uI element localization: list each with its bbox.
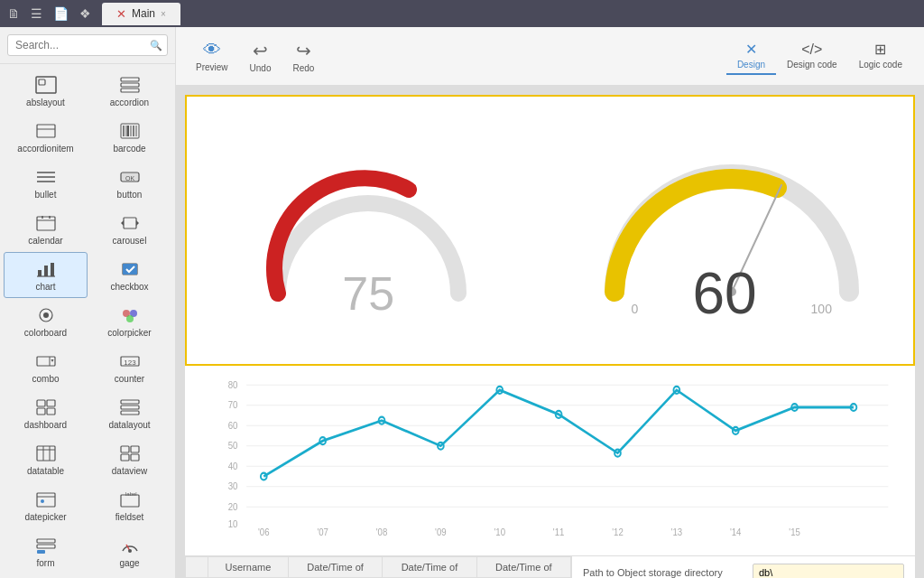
svg-text:123: 123 [124, 359, 136, 367]
sidebar-item-combo[interactable]: combo [4, 344, 88, 390]
sidebar-item-gridlayout[interactable]: gridlayout [4, 574, 88, 578]
svg-rect-54 [131, 446, 139, 452]
svg-rect-62 [37, 539, 55, 543]
svg-rect-4 [121, 89, 139, 92]
sidebar-item-counter[interactable]: 123counter [88, 344, 171, 390]
sidebar-item-abslayout[interactable]: abslayout [4, 68, 88, 114]
file-icon[interactable]: 🗎 [7, 6, 20, 21]
sidebar-item-label-button: button [117, 190, 143, 200]
sidebar-item-fieldset[interactable]: labelfieldset [88, 482, 171, 528]
gauge-right: 0 60 100 [550, 97, 914, 364]
col-header-datetime1: Date/Time of [288, 557, 382, 578]
sidebar-item-dashboard[interactable]: dashboard [4, 390, 88, 436]
storage-label: Path to Object storage directory [583, 567, 745, 578]
preview-button[interactable]: 👁 Preview [187, 36, 237, 76]
sidebar-item-label-datatable: datatable [27, 466, 64, 476]
main-container: 🔍 abslayoutaccordionaccordionitembarcode… [0, 27, 924, 578]
sidebar-item-label-accordion: accordion [110, 98, 149, 107]
preview-icon: 👁 [203, 40, 221, 61]
sidebar-item-gage[interactable]: gage [88, 528, 171, 574]
sidebar-item-colorpicker[interactable]: colorpicker [88, 298, 171, 344]
svg-rect-64 [37, 550, 45, 554]
search-input[interactable] [7, 34, 168, 56]
sidebar-item-button[interactable]: OKbutton [88, 160, 171, 206]
sidebar-grid: abslayoutaccordionaccordionitembarcodebu… [0, 64, 175, 578]
sidebar-item-label-barcode: barcode [113, 144, 145, 154]
settings-icon[interactable]: ❖ [79, 6, 91, 21]
menu-icon[interactable]: ☰ [31, 6, 42, 21]
table-area: Username Date/Time of Date/Time of Date/… [185, 555, 915, 578]
button-icon: OK [116, 166, 144, 188]
design-button[interactable]: ✕ Design [726, 37, 776, 75]
redo-icon: ↪ [296, 40, 311, 61]
sidebar-item-grouplist[interactable]: grouplist [88, 574, 171, 578]
chart-icon [32, 258, 60, 280]
dataview-icon [116, 443, 144, 464]
sidebar-item-carousel[interactable]: carousel [88, 206, 171, 252]
sidebar-item-calendar[interactable]: calendar [4, 206, 88, 252]
sidebar-item-dataview[interactable]: dataview [88, 436, 171, 482]
svg-text:'09: '09 [435, 527, 447, 537]
redo-label: Redo [292, 63, 314, 73]
svg-marker-39 [51, 359, 53, 362]
undo-button[interactable]: ↩ Undo [241, 36, 281, 77]
page-icon[interactable]: 📄 [53, 6, 69, 21]
redo-button[interactable]: ↪ Redo [283, 36, 323, 77]
design-icon: ✕ [745, 41, 757, 58]
svg-rect-1 [39, 79, 45, 85]
svg-rect-42 [37, 400, 45, 406]
canvas-area: 75 [176, 86, 924, 578]
svg-text:30: 30 [228, 480, 238, 491]
sidebar-item-label-accordionitem: accordionitem [17, 144, 73, 154]
workspace: 👁 Preview ↩ Undo ↪ Redo ✕ Design </> Des… [176, 27, 924, 578]
svg-text:20: 20 [228, 501, 238, 512]
gauge-left: 75 [187, 97, 550, 364]
svg-rect-28 [51, 263, 54, 276]
design-code-button[interactable]: </> Design code [776, 38, 848, 75]
sidebar-item-accordionitem[interactable]: accordionitem [4, 114, 88, 160]
data-table: Username Date/Time of Date/Time of Date/… [185, 556, 572, 578]
accordion-icon [116, 74, 144, 96]
sidebar-item-label-chart: chart [35, 282, 55, 292]
undo-icon: ↩ [253, 40, 268, 61]
tab-close-icon[interactable]: × [161, 9, 166, 19]
combo-icon [32, 350, 60, 372]
search-bar-container: 🔍 [0, 27, 175, 64]
sidebar-item-label-abslayout: abslayout [26, 98, 65, 107]
sidebar-item-bullet[interactable]: bullet [4, 160, 88, 206]
main-tab[interactable]: ✕ Main × [102, 3, 180, 25]
sidebar-item-form[interactable]: form [4, 528, 88, 574]
sidebar-item-datepicker[interactable]: datepicker [4, 482, 88, 528]
toolbar-right: ✕ Design </> Design code ⊞ Logic code [726, 37, 913, 75]
sidebar-item-colorboard[interactable]: colorboard [4, 298, 88, 344]
sidebar-item-label-fieldset: fieldset [116, 512, 144, 522]
svg-text:'15: '15 [789, 527, 800, 537]
svg-rect-55 [121, 454, 129, 461]
accordionitem-icon [32, 120, 60, 142]
col-header-arrow [186, 557, 208, 578]
sidebar-item-datalayout[interactable]: datalayout [88, 390, 171, 436]
sidebar-item-datatable[interactable]: datatable [4, 436, 88, 482]
sidebar-item-label-gage: gage [119, 558, 139, 568]
svg-text:40: 40 [228, 461, 238, 471]
storage-input[interactable] [753, 564, 904, 578]
sidebar-item-checkbox[interactable]: checkbox [88, 252, 171, 298]
storage-row: Path to Object storage directory [583, 564, 904, 578]
sidebar-item-label-bullet: bullet [35, 190, 57, 200]
sidebar-item-accordion[interactable]: accordion [88, 68, 171, 114]
sidebar-item-chart[interactable]: chart [4, 252, 88, 298]
counter-icon: 123 [116, 350, 144, 372]
dashboard-icon [32, 396, 60, 418]
svg-text:60: 60 [228, 420, 238, 431]
svg-rect-45 [47, 408, 55, 415]
carousel-icon [116, 212, 144, 234]
logic-code-icon: ⊞ [874, 41, 886, 58]
sidebar-item-barcode[interactable]: barcode [88, 114, 171, 160]
canvas-inner: 75 [185, 95, 915, 578]
fieldset-icon: label [116, 489, 144, 510]
logic-code-button[interactable]: ⊞ Logic code [848, 37, 913, 75]
bullet-icon [32, 166, 60, 188]
design-code-label: Design code [787, 60, 837, 70]
barcode-icon [116, 120, 144, 142]
calendar-icon [32, 212, 60, 234]
